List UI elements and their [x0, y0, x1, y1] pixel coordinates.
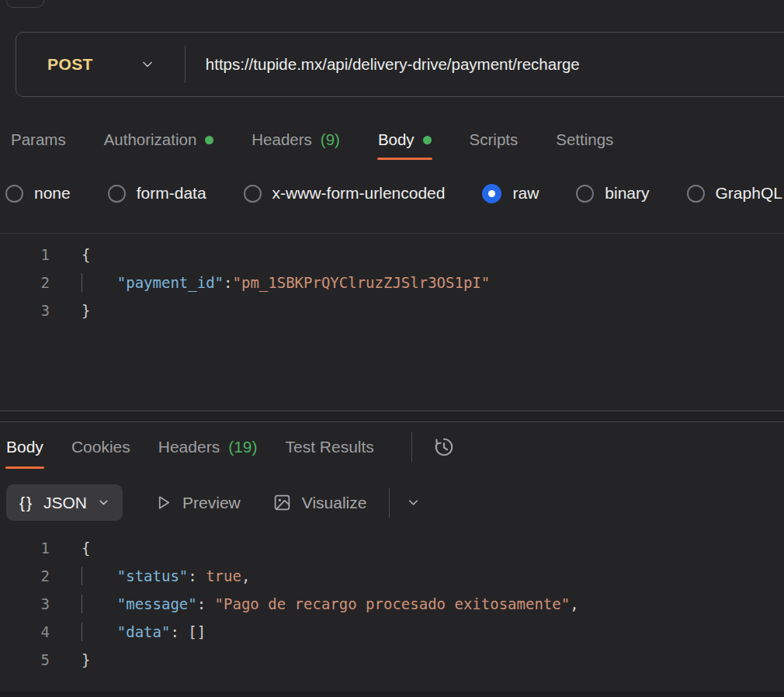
line-number: 5	[0, 651, 50, 668]
body-type-none[interactable]: none	[5, 184, 71, 203]
code-line: 3 "message": "Pago de recargo procesado …	[0, 590, 784, 618]
braces-icon: {}	[19, 494, 33, 512]
tab-count-badge: (9)	[321, 130, 340, 149]
tab-label: Params	[11, 130, 66, 149]
tab-label: Authorization	[104, 130, 197, 149]
chevron-down-icon	[140, 57, 155, 72]
code-text: "data": []	[82, 623, 206, 640]
indent-guide	[82, 567, 82, 585]
body-type-form-data[interactable]: form-data	[108, 184, 206, 203]
radio-label: GraphQL	[716, 184, 782, 203]
play-icon	[154, 494, 172, 511]
response-tabs: BodyCookiesHeaders(19)Test Results	[6, 425, 457, 469]
tab-count-badge: (19)	[228, 438, 257, 456]
window-tab-fragment[interactable]	[6, 0, 44, 8]
code-line[interactable]: 1{	[0, 241, 784, 269]
response-tab-headers[interactable]: Headers(19)	[158, 425, 258, 469]
tab-label: Body	[6, 438, 43, 456]
radio-icon[interactable]	[5, 185, 23, 203]
url-input[interactable]: https://tupide.mx/api/delivery-drive/pay…	[206, 55, 580, 74]
radio-label: form-data	[137, 184, 206, 203]
response-view-more-chevron[interactable]	[406, 495, 421, 510]
tab-scripts[interactable]: Scripts	[470, 120, 519, 160]
code-text: }	[82, 651, 90, 668]
indent-guide	[82, 622, 82, 641]
code-line: 5}	[0, 646, 784, 674]
radio-icon[interactable]	[244, 185, 262, 203]
url-bar-divider	[185, 46, 186, 83]
preview-label: Preview	[182, 494, 241, 512]
tab-label: Cookies	[71, 438, 130, 456]
response-format-label: JSON	[43, 494, 87, 512]
radio-selected-icon[interactable]	[482, 184, 501, 203]
response-tab-cookies[interactable]: Cookies	[71, 425, 130, 469]
visualize-button[interactable]: Visualize	[272, 493, 367, 512]
code-line: 1{	[0, 534, 784, 562]
tab-settings[interactable]: Settings	[556, 120, 613, 160]
code-text: "message": "Pago de recargo procesado ex…	[82, 595, 579, 612]
visualize-label: Visualize	[302, 494, 367, 512]
response-tab-test-results[interactable]: Test Results	[286, 425, 374, 469]
radio-icon[interactable]	[576, 185, 594, 203]
method-dropdown[interactable]: POST	[16, 55, 155, 74]
green-dot-icon	[423, 136, 432, 144]
body-type-binary[interactable]: binary	[576, 184, 649, 203]
preview-button[interactable]: Preview	[154, 494, 241, 512]
line-number: 1	[0, 246, 50, 263]
indent-guide	[82, 273, 82, 292]
code-line: 4 "data": []	[0, 618, 784, 646]
code-line[interactable]: 3}	[0, 296, 784, 324]
method-label: POST	[47, 55, 93, 74]
tab-label: Headers	[158, 438, 220, 456]
history-button[interactable]	[431, 434, 457, 460]
radio-label: binary	[605, 184, 649, 203]
response-tabs-divider	[411, 432, 412, 462]
radio-icon[interactable]	[687, 185, 705, 203]
request-tabs: ParamsAuthorizationHeaders(9)BodyScripts…	[11, 120, 613, 160]
request-body-editor[interactable]: 1{2 "payment_id":"pm_1SBKPrQYClruzZJSlr3…	[0, 233, 784, 324]
radio-label: x-www-form-urlencoded	[272, 184, 446, 203]
tab-label: Settings	[556, 130, 613, 149]
chevron-down-icon	[97, 496, 110, 509]
code-text: {	[82, 539, 90, 557]
green-dot-icon	[205, 136, 213, 144]
line-number: 3	[0, 595, 50, 612]
radio-label: raw	[512, 184, 539, 203]
response-tab-body[interactable]: Body	[6, 425, 43, 469]
tab-label: Scripts	[470, 130, 519, 149]
response-body-editor: 1{2 "status": true,3 "message": "Pago de…	[0, 534, 784, 674]
body-type-graphql[interactable]: GraphQL	[687, 184, 782, 203]
body-type-raw[interactable]: raw	[482, 184, 539, 203]
pane-splitter[interactable]	[0, 411, 784, 422]
tab-label: Body	[378, 130, 415, 149]
line-number: 1	[0, 539, 50, 557]
radio-icon[interactable]	[108, 185, 126, 203]
body-type-x-www-form-urlencoded[interactable]: x-www-form-urlencoded	[244, 184, 446, 203]
code-text: "status": true,	[82, 567, 250, 584]
tab-authorization[interactable]: Authorization	[104, 120, 214, 160]
line-number: 2	[0, 274, 50, 291]
tab-headers[interactable]: Headers(9)	[252, 120, 340, 160]
tab-body[interactable]: Body	[378, 120, 432, 160]
line-number: 4	[0, 623, 50, 640]
image-icon	[272, 493, 292, 512]
code-text[interactable]: "payment_id":"pm_1SBKPrQYClruzZJSlr3OS1p…	[82, 274, 490, 291]
indent-guide	[82, 595, 82, 613]
line-number: 2	[0, 567, 50, 584]
code-line: 2 "status": true,	[0, 562, 784, 590]
response-view-controls: {} JSON Preview Visualize	[6, 484, 421, 521]
response-format-dropdown[interactable]: {} JSON	[6, 484, 123, 521]
bottom-strip	[0, 692, 784, 697]
code-line[interactable]: 2 "payment_id":"pm_1SBKPrQYClruzZJSlr3OS…	[0, 269, 784, 296]
tab-params[interactable]: Params	[11, 120, 66, 160]
code-text[interactable]: {	[82, 246, 90, 263]
body-type-row: noneform-datax-www-form-urlencodedrawbin…	[5, 175, 784, 211]
radio-label: none	[34, 184, 71, 203]
chevron-down-icon	[406, 495, 421, 510]
tab-label: Headers	[252, 130, 312, 149]
code-text[interactable]: }	[82, 302, 90, 319]
history-icon	[431, 434, 457, 460]
tab-label: Test Results	[286, 438, 374, 456]
view-controls-divider	[389, 488, 390, 518]
line-number: 3	[0, 302, 50, 319]
